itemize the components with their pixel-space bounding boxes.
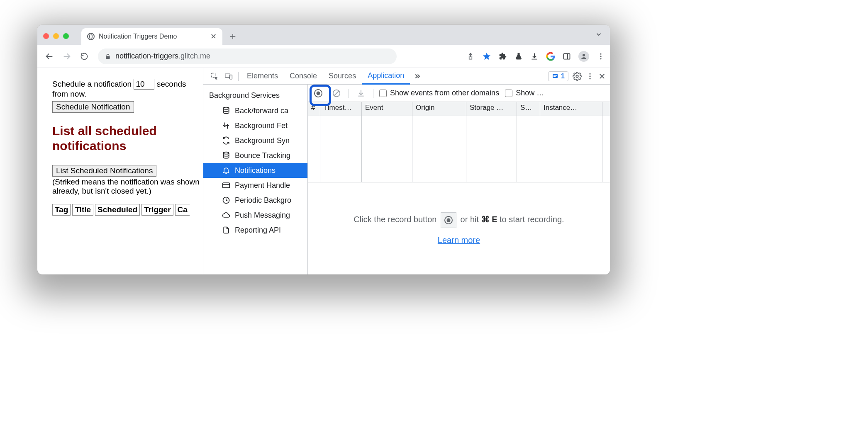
column-body: [412, 116, 466, 182]
svg-rect-25: [223, 183, 230, 188]
column-header[interactable]: #: [308, 102, 320, 116]
record-button[interactable]: [312, 87, 324, 100]
reload-button[interactable]: [77, 49, 91, 63]
column-header[interactable]: Origin: [412, 102, 466, 116]
col-scheduled: Scheduled: [95, 204, 140, 216]
column-body: [540, 116, 602, 182]
sidebar-item-periodic-backgro[interactable]: Periodic Backgro: [203, 193, 307, 208]
page-table-header: Tag Title Scheduled Trigger Ca: [52, 204, 203, 216]
devtools-kebab-icon[interactable]: [586, 72, 594, 80]
address-bar[interactable]: notification-triggers.glitch.me: [98, 49, 397, 64]
close-window-button[interactable]: [43, 33, 49, 39]
svg-rect-14: [553, 74, 558, 78]
new-tab-button[interactable]: ＋: [226, 29, 240, 43]
tab-console[interactable]: Console: [284, 68, 323, 85]
clock-icon: [222, 196, 231, 204]
minimize-window-button[interactable]: [53, 33, 59, 39]
tab-elements[interactable]: Elements: [241, 68, 284, 85]
sidebar-item-push-messaging[interactable]: Push Messaging: [203, 208, 307, 223]
column-body: [517, 116, 540, 182]
tab-application[interactable]: Application: [362, 68, 410, 85]
share-icon[interactable]: [466, 52, 475, 61]
column-header[interactable]: Storage …: [466, 102, 517, 116]
inspect-icon[interactable]: [207, 68, 222, 85]
tab-strip: Notification Triggers Demo ✕ ＋: [37, 25, 610, 45]
svg-point-20: [589, 78, 590, 79]
sidebar-item-payment-handle[interactable]: Payment Handle: [203, 178, 307, 193]
fetch-icon: [222, 121, 231, 130]
back-button[interactable]: [42, 49, 56, 63]
profile-avatar[interactable]: [578, 51, 589, 62]
column-body: [320, 116, 362, 182]
content-area: Schedule a notification seconds from now…: [37, 68, 610, 274]
devtools-sidebar: Background Services Back/forward caBackg…: [203, 85, 308, 274]
learn-more-link[interactable]: Learn more: [438, 235, 480, 245]
issues-chip[interactable]: 1: [548, 71, 568, 81]
device-toggle-icon[interactable]: [222, 68, 236, 85]
svg-marker-3: [483, 52, 490, 59]
sidebar-item-background-syn[interactable]: Background Syn: [203, 133, 307, 148]
devtools-tabstrip: Elements Console Sources Application 1: [203, 68, 610, 85]
sidebar-item-notifications[interactable]: Notifications: [203, 163, 307, 178]
devtools-main: Show events from other domains Show … #T…: [308, 85, 610, 274]
downloads-icon[interactable]: [530, 52, 539, 61]
more-tabs-icon[interactable]: [410, 68, 424, 85]
labs-icon[interactable]: [514, 52, 523, 61]
schedule-button[interactable]: Schedule Notification: [52, 101, 134, 113]
column-header[interactable]: S…: [517, 102, 540, 116]
svg-point-19: [589, 75, 590, 77]
svg-point-24: [223, 152, 229, 154]
browser-window: Notification Triggers Demo ✕ ＋ notificat…: [37, 25, 610, 274]
seconds-input[interactable]: [134, 79, 154, 90]
close-tab-button[interactable]: ✕: [210, 32, 217, 41]
clear-button[interactable]: [330, 87, 343, 100]
col-tag: Tag: [52, 204, 71, 216]
svg-point-7: [583, 54, 585, 56]
close-devtools-icon[interactable]: [598, 73, 606, 80]
svg-point-17: [576, 75, 578, 78]
tab-sources[interactable]: Sources: [323, 68, 362, 85]
column-body: [308, 116, 320, 182]
column-body: [466, 116, 517, 182]
sidebar-item-reporting-api[interactable]: Reporting API: [203, 223, 307, 238]
tabs-overflow-button[interactable]: [595, 31, 602, 38]
bookmark-star-icon[interactable]: [482, 52, 491, 61]
cloud-icon: [222, 211, 231, 219]
maximize-window-button[interactable]: [63, 33, 69, 39]
browser-tab[interactable]: Notification Triggers Demo ✕: [81, 28, 222, 45]
globe-icon: [87, 33, 95, 40]
forward-button[interactable]: [60, 49, 74, 63]
svg-point-8: [600, 53, 601, 54]
svg-point-34: [446, 218, 450, 222]
svg-point-18: [589, 73, 590, 74]
sidepanel-icon[interactable]: [563, 52, 571, 61]
tab-title: Notification Triggers Demo: [99, 33, 177, 40]
sidebar-item-background-fet[interactable]: Background Fet: [203, 118, 307, 133]
save-button[interactable]: [355, 87, 367, 100]
show-truncated-checkbox[interactable]: Show …: [505, 89, 544, 97]
events-table-body: [308, 116, 610, 182]
settings-gear-icon[interactable]: [573, 72, 582, 81]
show-other-domains-checkbox[interactable]: Show events from other domains: [379, 89, 499, 97]
sidebar-item-bounce-tracking[interactable]: Bounce Tracking: [203, 148, 307, 163]
svg-point-23: [223, 107, 229, 109]
sidebar-item-back-forward-ca[interactable]: Back/forward ca: [203, 103, 307, 118]
col-title: Title: [72, 204, 93, 216]
column-header[interactable]: Instance…: [540, 102, 602, 116]
svg-line-31: [334, 91, 339, 95]
note-text: (Striked means the notification was show…: [52, 177, 203, 196]
url-host: notification-triggers.glitch.me: [115, 52, 210, 61]
column-header[interactable]: Event: [362, 102, 412, 116]
extensions-icon[interactable]: [499, 52, 507, 61]
google-icon[interactable]: [546, 52, 555, 61]
sync-icon: [222, 136, 231, 145]
svg-rect-16: [553, 76, 556, 77]
col-trigger: Trigger: [141, 204, 173, 216]
svg-point-10: [600, 58, 601, 59]
column-header[interactable]: Timest…: [320, 102, 362, 116]
svg-rect-2: [106, 56, 110, 59]
svg-point-9: [600, 56, 601, 57]
list-notifications-button[interactable]: List Scheduled Notifications: [52, 165, 156, 177]
file-icon: [222, 226, 231, 234]
kebab-menu-icon[interactable]: [597, 52, 605, 61]
